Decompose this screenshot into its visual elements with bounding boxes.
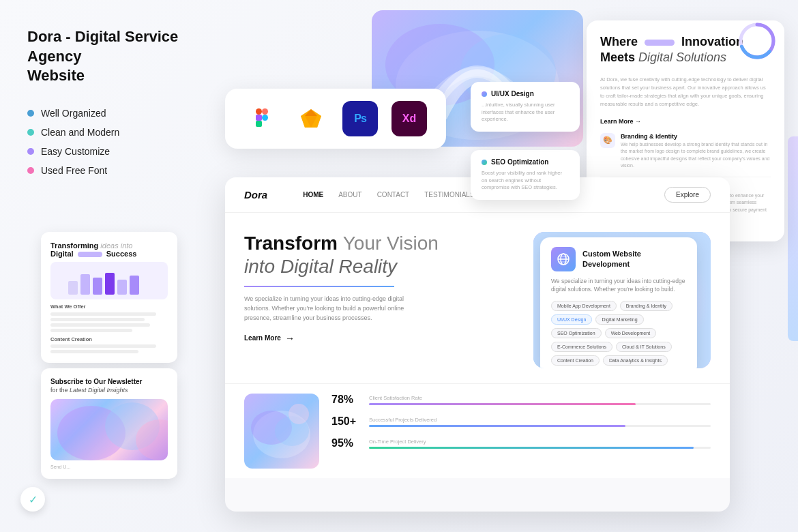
bullet-icon <box>27 110 34 117</box>
tag: Data Analytics & Insights <box>603 355 668 366</box>
adobexd-tool: Xd <box>391 101 427 136</box>
feature-label: Used Free Font <box>41 165 107 176</box>
transforming-card: Transforming ideas into Digital Success … <box>41 232 177 363</box>
service-title-branding: Branding & Identity <box>621 133 771 140</box>
uiux-title: UI/UX Design <box>491 90 534 98</box>
send-label: Send U... <box>50 464 168 469</box>
services-heading: Where Innovation Meets Digital Solutions <box>600 34 743 66</box>
stat-bar-2 <box>369 425 711 427</box>
feature-item: Clean and Modern <box>27 127 218 138</box>
nav-testimonials[interactable]: TESTIMONIALS <box>424 191 474 198</box>
newsletter-title: Subscribe to Our Newsletter <box>50 378 168 385</box>
hero-underline <box>244 286 394 287</box>
svg-rect-13 <box>256 121 262 127</box>
photoshop-tool: Ps <box>342 101 378 136</box>
chart-placeholder <box>50 262 168 299</box>
preview-hero: Transform Your Vision into Digital Reali… <box>225 213 730 383</box>
stat-label-2: Successful Projects Delivered <box>369 417 711 423</box>
bullet-icon <box>27 148 34 155</box>
right-edge-decoration <box>788 136 798 341</box>
cta-arrow-icon: → <box>285 333 295 344</box>
stat-number-1: 78% <box>331 394 362 406</box>
seo-title: SEO Optimization <box>491 158 548 166</box>
newsletter-image <box>50 399 168 460</box>
newsletter-card: Subscribe to Our Newsletter for the Late… <box>41 368 177 479</box>
stat-number-2: 150+ <box>331 415 362 428</box>
tag: UI/UX Design <box>551 314 592 325</box>
lbc-title: Transforming ideas into Digital Success <box>50 241 168 258</box>
wave-accent <box>645 40 675 46</box>
svg-rect-2 <box>93 278 102 295</box>
seo-dot <box>482 160 487 165</box>
feature-list: Well Organized Clean and Modern Easy Cus… <box>27 108 218 176</box>
tag: E-Commerce Solutions <box>551 342 612 352</box>
svg-rect-11 <box>262 108 268 115</box>
nav-home[interactable]: HOME <box>303 191 323 198</box>
tag: Branding & Identity <box>620 301 673 311</box>
service-item-branding: 🎨 Branding & Identity We help businesses… <box>600 133 771 177</box>
feature-label: Well Organized <box>41 108 106 119</box>
svg-rect-1 <box>80 274 90 295</box>
hero-cta-button[interactable]: Learn More → <box>244 333 520 344</box>
stat-label-1: Client Satisfaction Rate <box>369 395 711 401</box>
stats-section: 78% Client Satisfaction Rate 150+ Succes… <box>225 383 730 478</box>
uiux-desc: ...intuitive, visually stunning user int… <box>482 102 569 123</box>
hero-3d-image: Custom WebsiteDevelopment We specialize … <box>533 232 711 368</box>
content-creation-label: Content Creation <box>50 336 168 342</box>
sketch-tool <box>293 101 329 136</box>
stat-number-3: 95% <box>331 437 362 449</box>
tag: SEO Optimization <box>551 328 602 338</box>
tags-row: Mobile App Development Branding & Identi… <box>551 301 686 366</box>
svg-rect-4 <box>117 280 127 295</box>
seo-desc: Boost your visibility and rank higher on… <box>482 170 569 192</box>
cw-desc: We specialize in turning your ideas into… <box>551 277 686 295</box>
bullet-icon <box>27 167 34 174</box>
bullet-icon <box>27 129 34 136</box>
feature-item: Easy Customize <box>27 146 218 157</box>
feature-label: Easy Customize <box>41 146 110 157</box>
uiux-card: UI/UX Design ...intuitive, visually stun… <box>471 82 580 132</box>
services-cta[interactable]: Learn More → <box>600 118 771 125</box>
uiux-dot <box>482 91 487 97</box>
main-title: Dora - Digital Service Agency Website <box>27 27 218 86</box>
checkmark-button[interactable]: ✓ <box>20 487 45 512</box>
nav-about[interactable]: ABOUT <box>338 191 361 198</box>
hero-subtitle: We specialize in turning your ideas into… <box>244 294 422 323</box>
stat-label-3: On-Time Project Delivery <box>369 439 711 445</box>
svg-point-14 <box>262 115 268 121</box>
nav-explore-button[interactable]: Explore <box>664 187 711 203</box>
tag: Content Creation <box>551 355 600 366</box>
svg-point-40 <box>289 404 309 424</box>
stat-bar-3 <box>369 447 711 449</box>
what-we-offer: What We Offer <box>50 304 168 310</box>
svg-rect-5 <box>130 276 139 295</box>
globe-icon <box>551 247 576 271</box>
accent-bar <box>78 252 102 257</box>
feature-item: Well Organized <box>27 108 218 119</box>
hero-left: Transform Your Vision into Digital Reali… <box>244 232 520 383</box>
feature-item: Used Free Font <box>27 165 218 176</box>
seo-card: SEO Optimization Boost your visibility a… <box>471 150 580 200</box>
svg-rect-3 <box>105 273 115 295</box>
offer-list <box>50 312 168 332</box>
tag: Cloud & IT Solutions <box>616 342 672 352</box>
figma-tool <box>244 101 280 136</box>
tools-card: Ps Xd <box>225 89 446 149</box>
hero-title: Transform Your Vision into Digital Reali… <box>244 232 520 278</box>
stat-row-3: 95% On-Time Project Delivery <box>331 437 711 449</box>
service-icon-branding: 🎨 <box>600 133 615 148</box>
custom-website-card: Custom WebsiteDevelopment We specialize … <box>540 237 697 369</box>
website-preview: Dora HOME ABOUT CONTACT TESTIMONIALS PAG… <box>225 177 730 512</box>
nav-logo: Dora <box>244 189 267 201</box>
svg-rect-10 <box>256 108 262 115</box>
stat-col: 78% Client Satisfaction Rate 150+ Succes… <box>331 394 711 469</box>
newsletter-subtitle: for the Latest Digital Insights <box>50 387 168 394</box>
stat-image <box>244 394 319 469</box>
tag: Web Development <box>605 328 656 338</box>
stat-row-1: 78% Client Satisfaction Rate <box>331 394 711 406</box>
services-desc: At Dora, we fuse creativity with cutting… <box>600 76 771 108</box>
stat-bar-1 <box>369 403 711 405</box>
svg-rect-12 <box>256 115 262 121</box>
nav-contact[interactable]: CONTACT <box>377 191 410 198</box>
service-desc-branding: We help businesses develop a strong bran… <box>621 141 771 170</box>
